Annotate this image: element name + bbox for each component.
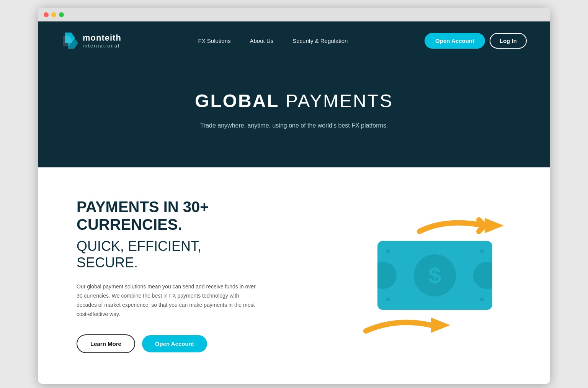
hero-section: GLOBAL PAYMENTS Trade anywhere, anytime,…: [38, 60, 550, 167]
content-right-illustration: $: [358, 203, 511, 348]
nav-links: FX Solutions About Us Security & Regulat…: [198, 38, 348, 44]
maximize-button-dot[interactable]: [59, 12, 64, 17]
card-right-circle: [474, 262, 492, 289]
card-dot-br: [480, 298, 484, 301]
logo[interactable]: monteith international: [61, 30, 121, 51]
hero-title-regular: PAYMENTS: [279, 91, 393, 111]
minimize-button-dot[interactable]: [51, 12, 56, 17]
hero-subtitle: Trade anywhere, anytime, using one of th…: [61, 122, 527, 129]
open-account-button-2[interactable]: Open Account: [142, 335, 207, 352]
headline-line2: CURRENCIES.: [77, 216, 182, 233]
arrow-right-icon: [416, 210, 508, 241]
headline-line1: PAYMENTS IN 30+: [77, 198, 209, 215]
main-description: Our global payment solutions mean you ca…: [77, 282, 256, 319]
learn-more-button[interactable]: Learn More: [77, 334, 135, 353]
content-left: PAYMENTS IN 30+ CURRENCIES. QUICK, EFFIC…: [77, 198, 256, 353]
subheadline-line2: SECURE.: [77, 255, 138, 270]
nav-actions: Open Account Log In: [425, 33, 527, 49]
close-button-dot[interactable]: [44, 12, 49, 17]
svg-marker-0: [485, 218, 504, 233]
dollar-sign-icon: $: [428, 262, 441, 289]
main-content-section: PAYMENTS IN 30+ CURRENCIES. QUICK, EFFIC…: [38, 167, 550, 384]
main-subheadline: QUICK, EFFICIENT, SECURE.: [77, 238, 256, 271]
main-headline-line1: PAYMENTS IN 30+ CURRENCIES.: [77, 198, 256, 233]
brand-sub: international: [83, 43, 121, 49]
hero-title-bold: GLOBAL: [195, 91, 279, 111]
cta-buttons: Learn More Open Account: [77, 334, 256, 353]
brand-name: monteith: [83, 33, 121, 43]
arrow-left-icon: [362, 310, 454, 341]
subheadline-line1: QUICK, EFFICIENT,: [77, 238, 201, 254]
nav-about-us[interactable]: About Us: [250, 38, 274, 44]
card-dot-tr: [480, 249, 484, 253]
dollar-circle: $: [414, 254, 456, 296]
open-account-button[interactable]: Open Account: [425, 33, 485, 49]
nav-fx-solutions[interactable]: FX Solutions: [198, 38, 230, 44]
card-dot-bl: [386, 298, 390, 301]
logo-text: monteith international: [83, 33, 121, 49]
hero-title: GLOBAL PAYMENTS: [61, 90, 527, 111]
nav-security-regulation[interactable]: Security & Regulation: [292, 38, 348, 44]
card-left-circle: [377, 262, 396, 289]
browser-chrome: [38, 8, 550, 21]
logo-icon: [61, 30, 79, 51]
browser-window: monteith international FX Solutions Abou…: [38, 8, 550, 384]
navbar: monteith international FX Solutions Abou…: [38, 21, 550, 60]
card-dot-tl: [386, 249, 390, 253]
login-button[interactable]: Log In: [490, 33, 527, 49]
money-card: $: [377, 241, 492, 310]
svg-marker-1: [431, 318, 450, 333]
